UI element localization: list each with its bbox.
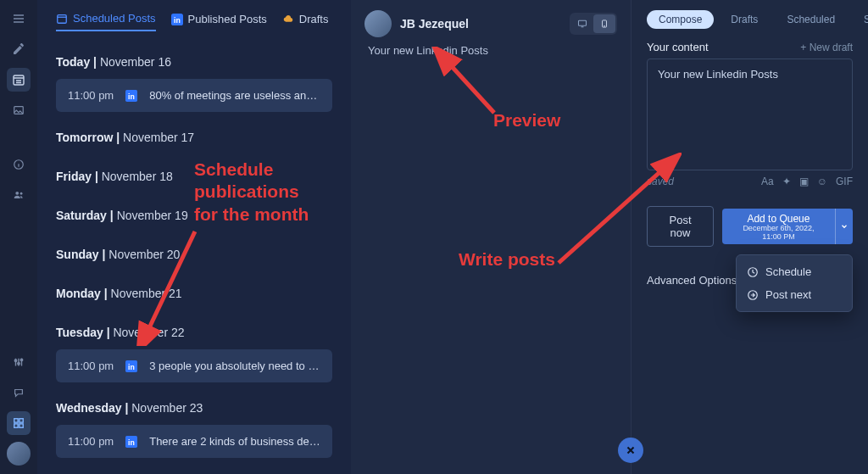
svg-point-4 bbox=[20, 192, 23, 195]
day-block: Friday | November 18 bbox=[37, 154, 351, 183]
schedule-column: Scheduled Posts in Published Posts Draft… bbox=[37, 0, 351, 474]
svg-text:in: in bbox=[128, 362, 135, 371]
compose-tab-sent[interactable]: Sent bbox=[852, 10, 868, 29]
grid-icon[interactable] bbox=[7, 411, 31, 435]
font-size-icon[interactable]: Aa bbox=[761, 176, 774, 187]
scheduled-post-row[interactable]: 11:00 pm in There are 2 kinds of busines… bbox=[56, 425, 332, 458]
day-label: Monday | November 21 bbox=[56, 287, 332, 300]
day-label: Saturday | November 19 bbox=[56, 209, 332, 222]
day-block: Tomorrow | November 17 bbox=[37, 115, 351, 144]
queue-button-group: Add to Queue December 6th, 2022, 11:00 P… bbox=[722, 209, 853, 245]
svg-text:in: in bbox=[128, 92, 135, 100]
dropdown-post-next[interactable]: Post next bbox=[737, 283, 852, 306]
linkedin-icon: in bbox=[125, 90, 137, 102]
dropdown-post-next-label: Post next bbox=[765, 288, 811, 301]
post-snippet: 3 people you absolutely need to follow a… bbox=[149, 360, 320, 372]
linkedin-badge-icon: in bbox=[171, 14, 183, 25]
svg-point-5 bbox=[14, 360, 16, 361]
hamburger-icon[interactable] bbox=[7, 7, 31, 31]
tab-label: Drafts bbox=[299, 13, 329, 25]
svg-rect-21 bbox=[579, 20, 587, 25]
content-label: Your content bbox=[647, 41, 709, 53]
compose-tab-scheduled[interactable]: Scheduled bbox=[775, 10, 847, 29]
calendar-icon bbox=[56, 13, 68, 25]
post-snippet: There are 2 kinds of business decisions:… bbox=[149, 435, 320, 448]
preview-column: JB Jezequel Your new Linkedin Posts bbox=[351, 0, 631, 474]
image-icon[interactable] bbox=[7, 98, 31, 122]
user-avatar[interactable] bbox=[7, 442, 31, 466]
calendar-list-icon[interactable] bbox=[7, 68, 31, 92]
author-name: JB Jezequel bbox=[400, 17, 469, 31]
info-icon[interactable] bbox=[7, 153, 31, 176]
add-to-queue-button[interactable]: Add to Queue December 6th, 2022, 11:00 P… bbox=[722, 209, 835, 245]
post-now-button[interactable]: Post now bbox=[647, 206, 714, 247]
sliders-icon[interactable] bbox=[7, 350, 31, 374]
device-toggle bbox=[570, 13, 617, 35]
day-block: Sunday | November 20 bbox=[37, 232, 351, 261]
emoji-icon[interactable]: ☺ bbox=[817, 176, 827, 187]
day-label: Sunday | November 20 bbox=[56, 248, 332, 261]
people-icon[interactable] bbox=[7, 183, 31, 207]
day-label: Tomorrow | November 17 bbox=[56, 131, 332, 144]
day-label: Today | November 16 bbox=[56, 55, 332, 69]
compose-column: Compose Drafts Scheduled Sent Your conte… bbox=[631, 0, 868, 474]
action-row: Post now Add to Queue December 6th, 2022… bbox=[647, 206, 853, 247]
tab-scheduled-posts[interactable]: Scheduled Posts bbox=[56, 12, 156, 31]
compose-tab-compose[interactable]: Compose bbox=[647, 10, 714, 29]
content-textarea[interactable]: Your new Linkedin Posts bbox=[647, 59, 853, 170]
sparkle-icon[interactable]: ✦ bbox=[782, 176, 791, 187]
tab-drafts[interactable]: Drafts bbox=[282, 13, 329, 31]
close-button[interactable] bbox=[618, 438, 643, 463]
svg-point-3 bbox=[15, 192, 19, 195]
saved-indicator: saved bbox=[647, 176, 674, 187]
svg-rect-12 bbox=[58, 14, 67, 23]
svg-rect-10 bbox=[14, 424, 18, 427]
editor-tools: Aa ✦ ▣ ☺ GIF bbox=[761, 176, 853, 187]
svg-rect-8 bbox=[14, 419, 18, 422]
edit-icon[interactable] bbox=[7, 37, 31, 61]
tab-label: Published Posts bbox=[188, 13, 267, 25]
schedule-tabs: Scheduled Posts in Published Posts Draft… bbox=[37, 0, 351, 40]
svg-rect-9 bbox=[19, 419, 23, 422]
scheduled-post-row[interactable]: 11:00 pm in 80% of meetings are useless … bbox=[56, 79, 332, 112]
day-label: Tuesday | November 22 bbox=[56, 326, 332, 339]
scheduled-post-row[interactable]: 11:00 pm in 3 people you absolutely need… bbox=[56, 349, 332, 382]
day-label: Friday | November 18 bbox=[56, 170, 332, 183]
day-label: Wednesday | November 23 bbox=[56, 401, 332, 415]
day-block: Tuesday | November 22 11:00 pm in 3 peop… bbox=[37, 310, 351, 382]
image-insert-icon[interactable]: ▣ bbox=[799, 176, 809, 187]
content-header: Your content + New draft bbox=[647, 41, 853, 53]
preview-header: JB Jezequel bbox=[364, 10, 617, 37]
chat-icon[interactable] bbox=[7, 381, 31, 404]
cloud-icon bbox=[282, 14, 294, 25]
add-queue-sublabel: December 6th, 2022, 11:00 PM bbox=[736, 225, 821, 242]
mobile-view-button[interactable] bbox=[593, 14, 615, 33]
desktop-view-button[interactable] bbox=[571, 14, 593, 33]
left-rail bbox=[0, 0, 37, 474]
saved-row: saved Aa ✦ ▣ ☺ GIF bbox=[647, 176, 853, 187]
queue-chevron-button[interactable] bbox=[835, 209, 853, 245]
dropdown-schedule[interactable]: Schedule bbox=[737, 260, 852, 283]
day-block: Monday | November 21 bbox=[37, 271, 351, 300]
queue-dropdown: Schedule Post next bbox=[736, 254, 853, 312]
post-time: 11:00 pm bbox=[68, 89, 114, 102]
post-snippet: 80% of meetings are useless and could be… bbox=[149, 89, 320, 102]
tab-label: Scheduled Posts bbox=[73, 12, 156, 25]
post-time: 11:00 pm bbox=[68, 435, 114, 448]
tab-published-posts[interactable]: in Published Posts bbox=[171, 13, 267, 31]
author-avatar bbox=[364, 10, 392, 37]
add-queue-label: Add to Queue bbox=[747, 213, 810, 225]
dropdown-schedule-label: Schedule bbox=[765, 265, 811, 278]
new-draft-link[interactable]: + New draft bbox=[800, 42, 853, 53]
svg-point-7 bbox=[20, 359, 22, 360]
day-block: Today | November 16 11:00 pm in 80% of m… bbox=[37, 40, 351, 112]
gif-icon[interactable]: GIF bbox=[836, 176, 853, 187]
linkedin-icon: in bbox=[125, 360, 137, 372]
svg-text:in: in bbox=[128, 438, 135, 446]
day-block: Saturday | November 19 bbox=[37, 193, 351, 222]
post-time: 11:00 pm bbox=[68, 360, 114, 372]
linkedin-icon: in bbox=[125, 436, 137, 448]
compose-tab-drafts[interactable]: Drafts bbox=[719, 10, 770, 29]
day-block: Wednesday | November 23 11:00 pm in Ther… bbox=[37, 386, 351, 458]
svg-point-23 bbox=[604, 25, 605, 26]
